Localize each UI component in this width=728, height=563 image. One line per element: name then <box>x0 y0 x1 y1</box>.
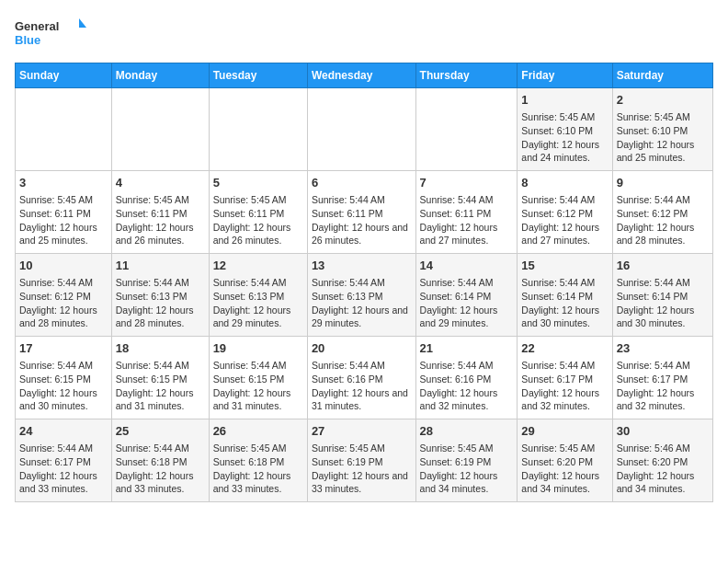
day-number: 14 <box>420 258 514 274</box>
day-number: 2 <box>617 92 709 109</box>
day-info: Sunrise: 5:44 AM <box>19 442 108 455</box>
day-info: Daylight: 12 hours and 26 minutes. <box>312 221 412 247</box>
svg-text:Blue: Blue <box>15 33 40 47</box>
day-number: 21 <box>420 340 514 357</box>
day-info: Daylight: 12 hours and 32 minutes. <box>521 386 608 413</box>
calendar-cell: 16Sunrise: 5:44 AMSunset: 6:14 PMDayligh… <box>612 254 712 337</box>
calendar-cell: 23Sunrise: 5:44 AMSunset: 6:17 PMDayligh… <box>612 337 712 419</box>
day-number: 6 <box>312 175 412 191</box>
day-info: Sunset: 6:12 PM <box>617 207 709 221</box>
day-info: Sunset: 6:16 PM <box>312 373 412 386</box>
day-number: 7 <box>420 175 514 191</box>
calendar-cell: 14Sunrise: 5:44 AMSunset: 6:14 PMDayligh… <box>415 254 518 337</box>
day-info: Daylight: 12 hours and 29 minutes. <box>420 304 514 330</box>
day-info: Sunset: 6:14 PM <box>420 290 514 304</box>
day-info: Sunset: 6:13 PM <box>312 290 412 304</box>
day-info: Sunset: 6:10 PM <box>617 124 709 138</box>
day-info: Sunrise: 5:44 AM <box>116 276 205 290</box>
calendar-cell: 11Sunrise: 5:44 AMSunset: 6:13 PMDayligh… <box>111 254 209 337</box>
day-info: Daylight: 12 hours and 29 minutes. <box>312 304 412 330</box>
day-info: Sunrise: 5:44 AM <box>213 359 303 373</box>
calendar-cell: 6Sunrise: 5:44 AMSunset: 6:11 PMDaylight… <box>307 171 415 254</box>
day-info: Sunset: 6:19 PM <box>312 455 412 469</box>
day-info: Sunrise: 5:44 AM <box>617 359 709 373</box>
page-header: General Blue <box>15 15 713 52</box>
day-info: Sunset: 6:14 PM <box>617 290 709 304</box>
calendar-cell <box>209 88 307 171</box>
day-info: Daylight: 12 hours and 30 minutes. <box>617 304 709 330</box>
day-info: Sunset: 6:17 PM <box>617 373 709 386</box>
calendar-cell: 7Sunrise: 5:44 AMSunset: 6:11 PMDaylight… <box>415 171 518 254</box>
calendar-cell: 13Sunrise: 5:44 AMSunset: 6:13 PMDayligh… <box>307 254 415 337</box>
day-info: Sunrise: 5:46 AM <box>617 442 709 455</box>
calendar-cell <box>16 88 112 171</box>
day-info: Daylight: 12 hours and 27 minutes. <box>521 221 608 247</box>
calendar-cell: 24Sunrise: 5:44 AMSunset: 6:17 PMDayligh… <box>16 419 112 502</box>
day-info: Daylight: 12 hours and 32 minutes. <box>617 386 709 413</box>
day-info: Sunrise: 5:44 AM <box>312 193 412 207</box>
weekday-header-friday: Friday <box>518 63 612 88</box>
day-info: Sunset: 6:15 PM <box>19 373 108 386</box>
weekday-header-tuesday: Tuesday <box>209 63 307 88</box>
day-info: Daylight: 12 hours and 26 minutes. <box>116 221 205 247</box>
day-info: Daylight: 12 hours and 30 minutes. <box>19 386 108 413</box>
calendar-cell: 9Sunrise: 5:44 AMSunset: 6:12 PMDaylight… <box>612 171 712 254</box>
day-number: 27 <box>312 423 412 440</box>
calendar-cell: 27Sunrise: 5:45 AMSunset: 6:19 PMDayligh… <box>307 419 415 502</box>
week-row-5: 24Sunrise: 5:44 AMSunset: 6:17 PMDayligh… <box>16 419 713 502</box>
calendar-cell: 3Sunrise: 5:45 AMSunset: 6:11 PMDaylight… <box>16 171 112 254</box>
day-number: 9 <box>617 175 709 191</box>
day-info: Daylight: 12 hours and 31 minutes. <box>116 386 205 413</box>
calendar-cell: 10Sunrise: 5:44 AMSunset: 6:12 PMDayligh… <box>16 254 112 337</box>
day-info: Sunset: 6:12 PM <box>19 290 108 304</box>
day-info: Sunrise: 5:45 AM <box>213 193 303 207</box>
calendar-cell: 15Sunrise: 5:44 AMSunset: 6:14 PMDayligh… <box>518 254 612 337</box>
day-number: 10 <box>19 258 108 274</box>
day-info: Sunset: 6:11 PM <box>19 207 108 221</box>
day-number: 20 <box>312 340 412 357</box>
day-number: 25 <box>116 423 205 440</box>
day-number: 1 <box>521 92 608 109</box>
day-number: 3 <box>19 175 108 191</box>
svg-marker-2 <box>79 18 86 28</box>
calendar-cell <box>415 88 518 171</box>
day-info: Sunrise: 5:45 AM <box>312 442 412 455</box>
day-info: Daylight: 12 hours and 30 minutes. <box>521 304 608 330</box>
day-info: Daylight: 12 hours and 28 minutes. <box>617 221 709 247</box>
day-info: Sunrise: 5:44 AM <box>312 359 412 373</box>
week-row-3: 10Sunrise: 5:44 AMSunset: 6:12 PMDayligh… <box>16 254 713 337</box>
calendar-cell <box>307 88 415 171</box>
calendar-cell: 22Sunrise: 5:44 AMSunset: 6:17 PMDayligh… <box>518 337 612 419</box>
day-number: 18 <box>116 340 205 357</box>
calendar-cell: 12Sunrise: 5:44 AMSunset: 6:13 PMDayligh… <box>209 254 307 337</box>
day-number: 19 <box>213 340 303 357</box>
weekday-header-row: SundayMondayTuesdayWednesdayThursdayFrid… <box>16 63 713 88</box>
day-info: Sunrise: 5:44 AM <box>420 193 514 207</box>
calendar-cell: 4Sunrise: 5:45 AMSunset: 6:11 PMDaylight… <box>111 171 209 254</box>
week-row-2: 3Sunrise: 5:45 AMSunset: 6:11 PMDaylight… <box>16 171 713 254</box>
day-number: 13 <box>312 258 412 274</box>
day-info: Sunrise: 5:44 AM <box>116 359 205 373</box>
calendar-cell: 25Sunrise: 5:44 AMSunset: 6:18 PMDayligh… <box>111 419 209 502</box>
day-number: 17 <box>19 340 108 357</box>
day-number: 11 <box>116 258 205 274</box>
calendar-cell: 18Sunrise: 5:44 AMSunset: 6:15 PMDayligh… <box>111 337 209 419</box>
calendar-cell: 19Sunrise: 5:44 AMSunset: 6:15 PMDayligh… <box>209 337 307 419</box>
day-info: Sunrise: 5:45 AM <box>213 442 303 455</box>
day-info: Daylight: 12 hours and 29 minutes. <box>213 304 303 330</box>
day-info: Sunset: 6:13 PM <box>116 290 205 304</box>
day-info: Sunset: 6:18 PM <box>116 455 205 469</box>
day-info: Sunset: 6:15 PM <box>116 373 205 386</box>
calendar-cell: 21Sunrise: 5:44 AMSunset: 6:16 PMDayligh… <box>415 337 518 419</box>
day-info: Sunset: 6:10 PM <box>521 124 608 138</box>
day-info: Sunset: 6:20 PM <box>521 455 608 469</box>
day-info: Sunrise: 5:44 AM <box>19 359 108 373</box>
day-info: Daylight: 12 hours and 27 minutes. <box>420 221 514 247</box>
day-info: Sunrise: 5:44 AM <box>521 359 608 373</box>
day-number: 26 <box>213 423 303 440</box>
day-info: Daylight: 12 hours and 31 minutes. <box>312 386 412 413</box>
day-info: Sunset: 6:11 PM <box>213 207 303 221</box>
day-info: Daylight: 12 hours and 33 minutes. <box>213 469 303 496</box>
calendar-cell: 29Sunrise: 5:45 AMSunset: 6:20 PMDayligh… <box>518 419 612 502</box>
calendar-cell <box>111 88 209 171</box>
